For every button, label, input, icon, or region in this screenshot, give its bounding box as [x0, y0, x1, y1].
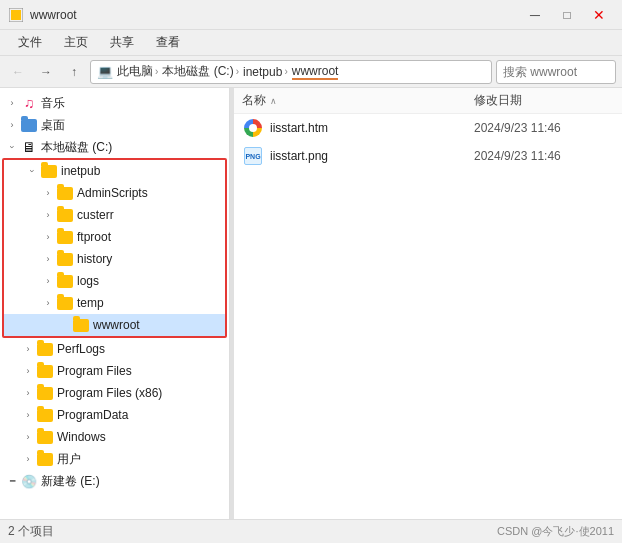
sidebar-item-adminscripts[interactable]: › AdminScripts — [4, 182, 225, 204]
inetpub-group: › inetpub › AdminScripts › cust — [2, 158, 227, 338]
sidebar-item-perflogs[interactable]: › PerfLogs — [0, 338, 229, 360]
close-button[interactable]: ✕ — [584, 5, 614, 25]
expand-icon: › — [40, 270, 56, 292]
sidebar-label-program-files: Program Files — [57, 364, 132, 378]
sidebar-item-inetpub[interactable]: › inetpub — [4, 160, 225, 182]
music-icon: ♫ — [20, 95, 38, 111]
minimize-button[interactable]: ─ — [520, 5, 550, 25]
sidebar-label-custerr: custerr — [77, 208, 114, 222]
back-button[interactable]: ← — [6, 60, 30, 84]
expand-icon: › — [4, 92, 20, 114]
sidebar-item-wwwroot[interactable]: wwwroot — [4, 314, 225, 336]
sidebar-label-drive-e: 新建卷 (E:) — [41, 473, 100, 490]
drive-e-icon: 💿 — [20, 473, 38, 489]
sidebar-item-custerr[interactable]: › custerr — [4, 204, 225, 226]
col-date-label: 修改日期 — [474, 93, 522, 107]
folder-inetpub-icon — [40, 163, 58, 179]
sidebar-label-adminscripts: AdminScripts — [77, 186, 148, 200]
expand-icon: › — [20, 338, 36, 360]
expand-icon: › — [20, 426, 36, 448]
sidebar-item-music[interactable]: › ♫ 音乐 — [0, 92, 229, 114]
forward-button[interactable]: → — [34, 60, 58, 84]
sidebar-item-users[interactable]: › 用户 — [0, 448, 229, 470]
col-name[interactable]: 名称 ∧ — [242, 92, 474, 109]
sidebar-label-desktop: 桌面 — [41, 117, 65, 134]
sidebar-item-logs[interactable]: › logs — [4, 270, 225, 292]
expand-icon — [56, 314, 72, 336]
sidebar-item-program-files-x86[interactable]: › Program Files (x86) — [0, 382, 229, 404]
expand-icon: › — [40, 182, 56, 204]
folder-history-icon — [56, 251, 74, 267]
sidebar-label-temp: temp — [77, 296, 104, 310]
breadcrumb-inetpub[interactable]: inetpub › — [243, 65, 288, 79]
sidebar-item-history[interactable]: › history — [4, 248, 225, 270]
col-name-label: 名称 — [242, 92, 266, 109]
sidebar-label-ftproot: ftproot — [77, 230, 111, 244]
up-button[interactable]: ↑ — [62, 60, 86, 84]
file-name-iisstart-png: iisstart.png — [270, 149, 474, 163]
menu-bar: 文件 主页 共享 查看 — [0, 30, 622, 56]
col-date[interactable]: 修改日期 — [474, 92, 614, 109]
expand-icon: ━ — [4, 470, 20, 492]
breadcrumb-wwwroot-label: wwwroot — [292, 64, 339, 78]
expand-icon: › — [40, 292, 56, 314]
folder-users-icon — [36, 451, 54, 467]
pc-icon: 💻 — [97, 64, 113, 79]
content-pane: 名称 ∧ 修改日期 iisstart.htm 2024/9/23 11:46 P… — [234, 88, 622, 519]
folder-wwwroot-icon — [72, 317, 90, 333]
folder-custerr-icon — [56, 207, 74, 223]
folder-ftproot-icon — [56, 229, 74, 245]
sidebar-item-ftproot[interactable]: › ftproot — [4, 226, 225, 248]
sidebar: › ♫ 音乐 › 桌面 › 🖥 本地磁盘 (C:) › — [0, 88, 230, 519]
sidebar-item-local-disk-c[interactable]: › 🖥 本地磁盘 (C:) — [0, 136, 229, 158]
breadcrumb-pc[interactable]: 此电脑 › — [117, 63, 158, 80]
breadcrumb-wwwroot[interactable]: wwwroot — [292, 64, 339, 80]
menu-file[interactable]: 文件 — [8, 31, 52, 54]
expand-icon: › — [1, 139, 23, 155]
breadcrumb-c[interactable]: 本地磁盘 (C:) › — [162, 63, 239, 80]
expand-icon: › — [40, 226, 56, 248]
search-input[interactable] — [496, 60, 616, 84]
maximize-button[interactable]: □ — [552, 5, 582, 25]
breadcrumb-inetpub-label: inetpub — [243, 65, 282, 79]
sidebar-label-windows: Windows — [57, 430, 106, 444]
sidebar-item-desktop[interactable]: › 桌面 — [0, 114, 229, 136]
expand-icon: › — [20, 382, 36, 404]
folder-programdata-icon — [36, 407, 54, 423]
sidebar-label-local-disk-c: 本地磁盘 (C:) — [41, 139, 112, 156]
sidebar-label-music: 音乐 — [41, 95, 65, 112]
main-area: › ♫ 音乐 › 桌面 › 🖥 本地磁盘 (C:) › — [0, 88, 622, 519]
breadcrumb-pc-label: 此电脑 — [117, 63, 153, 80]
nav-bar: ← → ↑ 💻 此电脑 › 本地磁盘 (C:) › inetpub › wwwr… — [0, 56, 622, 88]
menu-share[interactable]: 共享 — [100, 31, 144, 54]
sort-arrow-icon: ∧ — [270, 96, 277, 106]
status-count: 2 个项目 — [8, 523, 54, 540]
folder-perflogs-icon — [36, 341, 54, 357]
folder-windows-icon — [36, 429, 54, 445]
title-bar: wwwroot ─ □ ✕ — [0, 0, 622, 30]
sidebar-item-drive-e[interactable]: ━ 💿 新建卷 (E:) — [0, 470, 229, 492]
file-row-iisstart-png[interactable]: PNG iisstart.png 2024/9/23 11:46 — [234, 142, 622, 170]
expand-icon: › — [20, 360, 36, 382]
status-bar: 2 个项目 CSDN @今飞少·使2011 — [0, 519, 622, 543]
png-file-icon: PNG — [242, 145, 264, 167]
sidebar-label-logs: logs — [77, 274, 99, 288]
file-row-iisstart-htm[interactable]: iisstart.htm 2024/9/23 11:46 — [234, 114, 622, 142]
folder-blue-icon — [20, 117, 38, 133]
expand-icon: › — [20, 448, 36, 470]
file-name-iisstart-htm: iisstart.htm — [270, 121, 474, 135]
menu-home[interactable]: 主页 — [54, 31, 98, 54]
file-date-iisstart-htm: 2024/9/23 11:46 — [474, 121, 614, 135]
window-icon — [8, 7, 24, 23]
menu-view[interactable]: 查看 — [146, 31, 190, 54]
sidebar-item-program-files[interactable]: › Program Files — [0, 360, 229, 382]
address-bar[interactable]: 💻 此电脑 › 本地磁盘 (C:) › inetpub › wwwroot — [90, 60, 492, 84]
content-header: 名称 ∧ 修改日期 — [234, 88, 622, 114]
folder-programfiles-icon — [36, 363, 54, 379]
expand-icon: › — [20, 404, 36, 426]
sidebar-item-temp[interactable]: › temp — [4, 292, 225, 314]
expand-icon: › — [40, 248, 56, 270]
folder-temp-icon — [56, 295, 74, 311]
sidebar-item-windows[interactable]: › Windows — [0, 426, 229, 448]
sidebar-item-programdata[interactable]: › ProgramData — [0, 404, 229, 426]
